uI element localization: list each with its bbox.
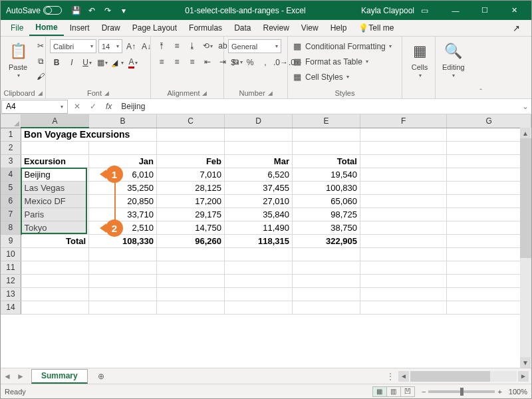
- select-all-button[interactable]: [1, 114, 21, 128]
- row-header[interactable]: 2: [1, 141, 21, 154]
- zoom-slider[interactable]: [428, 390, 495, 393]
- tab-nav-next[interactable]: ►: [14, 372, 27, 381]
- comma-format-icon[interactable]: ,: [259, 56, 272, 69]
- font-name-select[interactable]: Calibri▾: [50, 39, 96, 53]
- font-size-select[interactable]: 14▾: [98, 39, 122, 53]
- sheet-tab-summary[interactable]: Summary: [31, 369, 88, 384]
- col-header[interactable]: F: [360, 114, 447, 128]
- vscroll-thumb[interactable]: [520, 138, 531, 258]
- hscroll-right-icon[interactable]: ►: [518, 371, 529, 382]
- col-header[interactable]: G: [447, 114, 531, 128]
- zoom-level[interactable]: 100%: [509, 388, 527, 396]
- row-header[interactable]: 14: [1, 301, 21, 314]
- paste-button[interactable]: 📋 Paste▾: [5, 39, 31, 80]
- align-left-icon[interactable]: ≡: [155, 55, 168, 68]
- format-painter-icon[interactable]: 🖌: [34, 70, 47, 83]
- tab-help[interactable]: Help: [325, 20, 353, 36]
- tab-draw[interactable]: Draw: [96, 20, 126, 36]
- col-header[interactable]: B: [89, 114, 157, 128]
- indent-decrease-icon[interactable]: ⇤: [201, 55, 214, 68]
- zoom-in-button[interactable]: +: [497, 388, 501, 396]
- horizontal-scrollbar[interactable]: [410, 371, 517, 382]
- redo-icon[interactable]: ↷: [102, 5, 114, 17]
- insert-function-icon[interactable]: fx: [106, 102, 112, 111]
- expand-formula-bar-icon[interactable]: ⌄: [519, 102, 531, 111]
- editing-button[interactable]: 🔍Editing▾: [440, 39, 467, 80]
- scroll-up-icon[interactable]: ▲: [520, 128, 531, 138]
- row-header[interactable]: 11: [1, 261, 21, 274]
- enter-formula-icon[interactable]: ✓: [90, 102, 96, 111]
- view-page-layout-icon[interactable]: ▥: [386, 386, 401, 397]
- row-header[interactable]: 1: [1, 128, 21, 141]
- undo-icon[interactable]: ↶: [86, 5, 98, 17]
- autosave-toggle[interactable]: AutoSave: [5, 6, 66, 15]
- italic-button[interactable]: I: [65, 56, 78, 69]
- orientation-icon[interactable]: ⟲▾: [201, 39, 214, 53]
- col-header[interactable]: D: [225, 114, 293, 128]
- formula-bar[interactable]: Beijing: [117, 102, 519, 111]
- tab-page-layout[interactable]: Page Layout: [126, 20, 183, 36]
- close-button[interactable]: ✕: [499, 1, 529, 20]
- user-name[interactable]: Kayla Claypool: [361, 6, 414, 15]
- scroll-down-icon[interactable]: ▼: [520, 357, 531, 368]
- fill-color-button[interactable]: ◢▾: [111, 56, 124, 69]
- grow-font-icon[interactable]: A↑: [124, 40, 138, 53]
- view-page-break-icon[interactable]: 凹: [400, 386, 415, 397]
- align-middle-icon[interactable]: ≡: [170, 39, 184, 53]
- row-header[interactable]: 4: [1, 168, 21, 181]
- cut-icon[interactable]: ✂: [34, 39, 47, 53]
- row-header[interactable]: 6: [1, 194, 21, 207]
- percent-format-icon[interactable]: %: [243, 56, 257, 69]
- new-sheet-button[interactable]: ⊕: [93, 368, 109, 384]
- tab-insert[interactable]: Insert: [64, 20, 96, 36]
- number-format-select[interactable]: General▾: [228, 39, 281, 53]
- col-header[interactable]: A: [21, 114, 89, 128]
- row-header[interactable]: 7: [1, 207, 21, 221]
- cells-button[interactable]: ▦Cells▾: [406, 39, 433, 80]
- number-dialog-icon[interactable]: ◢: [268, 90, 273, 96]
- align-bottom-icon[interactable]: ⭳: [186, 39, 199, 53]
- col-header[interactable]: E: [292, 114, 360, 128]
- clipboard-dialog-icon[interactable]: ◢: [38, 90, 43, 96]
- borders-button[interactable]: ▦▾: [96, 56, 109, 69]
- align-center-icon[interactable]: ≡: [170, 55, 184, 68]
- row-header[interactable]: 9: [1, 234, 21, 247]
- ribbon-options-icon[interactable]: ▭: [418, 5, 430, 17]
- zoom-out-button[interactable]: −: [422, 388, 426, 396]
- format-as-table-button[interactable]: ▦Format as Table▾: [292, 55, 368, 68]
- align-top-icon[interactable]: ⭱: [155, 39, 168, 53]
- worksheet-grid[interactable]: A B C D E F G 1Bon Voyage Excursions 2 3…: [1, 114, 531, 368]
- copy-icon[interactable]: ⧉: [34, 55, 47, 68]
- font-color-button[interactable]: A▾: [126, 56, 140, 69]
- align-right-icon[interactable]: ≡: [186, 55, 199, 68]
- name-box[interactable]: A4▾: [1, 100, 68, 114]
- row-header[interactable]: 3: [1, 154, 21, 168]
- tab-review[interactable]: Review: [257, 20, 295, 36]
- row-header[interactable]: 12: [1, 274, 21, 287]
- accounting-format-icon[interactable]: $▾: [228, 56, 241, 69]
- increase-decimal-icon[interactable]: .0→: [274, 56, 287, 69]
- row-header[interactable]: 10: [1, 247, 21, 261]
- tab-view[interactable]: View: [295, 20, 325, 36]
- share-button[interactable]: ↗: [505, 20, 527, 36]
- row-header[interactable]: 13: [1, 287, 21, 301]
- col-header[interactable]: C: [157, 114, 225, 128]
- row-header[interactable]: 8: [1, 221, 21, 234]
- conditional-formatting-button[interactable]: ▦Conditional Formatting▾: [292, 39, 392, 53]
- tab-data[interactable]: Data: [228, 20, 257, 36]
- qat-customize-icon[interactable]: ▾: [118, 5, 130, 17]
- cell-styles-button[interactable]: ▦Cell Styles▾: [292, 70, 349, 84]
- tab-formulas[interactable]: Formulas: [183, 20, 228, 36]
- alignment-dialog-icon[interactable]: ◢: [202, 90, 207, 96]
- bold-button[interactable]: B: [50, 56, 63, 69]
- vertical-scrollbar[interactable]: ▲ ▼: [520, 128, 531, 368]
- minimize-button[interactable]: ―: [441, 1, 470, 20]
- collapse-ribbon-icon[interactable]: ˆ: [474, 37, 487, 98]
- cancel-formula-icon[interactable]: ✕: [74, 102, 80, 111]
- tab-nav-prev[interactable]: ◄: [1, 372, 14, 381]
- tell-me[interactable]: 💡 Tell me: [352, 20, 400, 36]
- underline-button[interactable]: U▾: [80, 56, 94, 69]
- row-header[interactable]: 5: [1, 181, 21, 194]
- hscroll-left-icon[interactable]: ◄: [398, 371, 409, 382]
- save-icon[interactable]: 💾: [70, 5, 82, 17]
